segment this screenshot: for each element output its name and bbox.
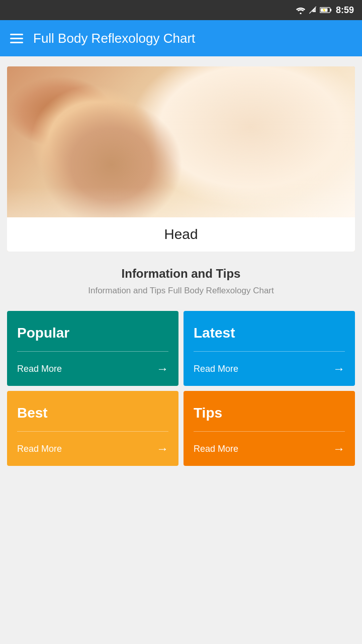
time-display: 8:59 — [336, 5, 354, 16]
card-latest-header: Latest — [184, 311, 355, 351]
card-tips-read-more: Read More — [194, 444, 238, 454]
status-icons — [296, 6, 332, 14]
card-popular-title: Popular — [17, 325, 69, 341]
card-tips[interactable]: Tips Read More → — [184, 391, 355, 466]
hero-image — [7, 66, 355, 217]
app-title: Full Body Reflexology Chart — [33, 31, 195, 46]
card-best-read-more: Read More — [17, 444, 62, 454]
card-tips-header: Tips — [184, 391, 355, 431]
svg-point-0 — [300, 13, 301, 14]
card-latest-read-more: Read More — [194, 364, 238, 374]
status-bar: 8:59 — [0, 0, 362, 20]
card-best-title: Best — [17, 405, 48, 421]
card-latest[interactable]: Latest Read More → — [184, 311, 355, 386]
cards-grid: Popular Read More → Latest Read More → B… — [0, 306, 362, 476]
card-latest-title: Latest — [194, 325, 235, 341]
card-tips-footer[interactable]: Read More → — [184, 432, 355, 466]
menu-button[interactable] — [10, 34, 23, 43]
card-popular-footer[interactable]: Read More → — [7, 352, 178, 386]
card-best-header: Best — [7, 391, 178, 431]
card-best-footer[interactable]: Read More → — [7, 432, 178, 466]
info-title: Information and Tips — [10, 267, 352, 281]
card-best[interactable]: Best Read More → — [7, 391, 178, 466]
svg-rect-2 — [330, 9, 331, 11]
card-popular-read-more: Read More — [17, 364, 62, 374]
wifi-icon — [296, 6, 306, 14]
card-popular[interactable]: Popular Read More → — [7, 311, 178, 386]
card-tips-arrow-icon: → — [333, 442, 345, 456]
card-latest-footer[interactable]: Read More → — [184, 352, 355, 386]
app-bar: Full Body Reflexology Chart — [0, 20, 362, 56]
hero-card: Head — [7, 66, 355, 252]
card-latest-arrow-icon: → — [333, 362, 345, 376]
hero-label: Head — [7, 217, 355, 252]
card-best-arrow-icon: → — [156, 442, 168, 456]
info-subtitle: Information and Tips Full Body Reflexolo… — [10, 286, 352, 296]
card-popular-header: Popular — [7, 311, 178, 351]
card-popular-arrow-icon: → — [156, 362, 168, 376]
signal-icon — [309, 6, 317, 14]
card-tips-title: Tips — [194, 405, 222, 421]
battery-icon — [320, 7, 332, 14]
info-section: Information and Tips Information and Tip… — [0, 252, 362, 306]
